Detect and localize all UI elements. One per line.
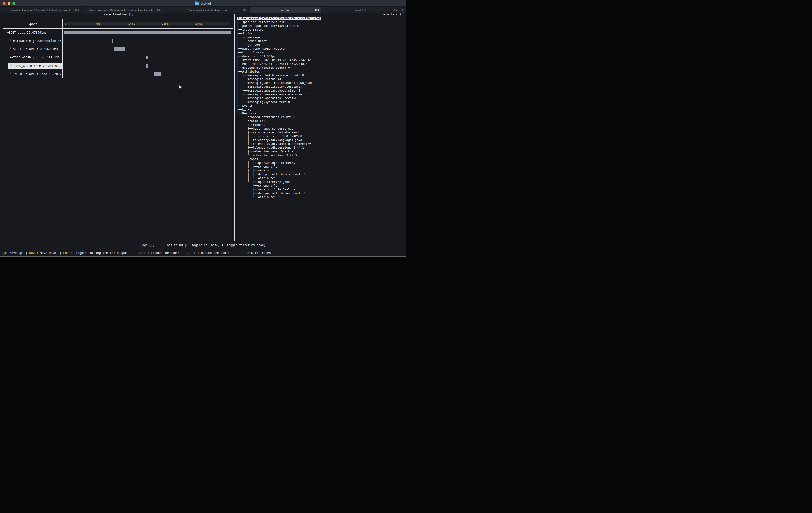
details-tree-line: ├──schema url: [237, 184, 404, 188]
axis-tick-28ms: 28ms [195, 22, 203, 26]
key-esc: Esc [237, 251, 242, 255]
logs-panel-title: Logs (l) -- 0 logs found (L: toggle coll… [140, 243, 266, 247]
span-row-select-quarkus[interactable]: └ SELECT quarkus 2.356083ms [3, 45, 233, 54]
trace-timeline-title: Trace Timeline (t) [101, 12, 135, 16]
details-tree-line: ├──trace state: [237, 28, 404, 32]
span-row-datasource-getconnection[interactable]: └ DataSource.getConnection 163 [3, 37, 233, 45]
details-tree-line: └──io.opentelemetry.jdbc [237, 180, 404, 184]
details-tree-line: │ ├──telemetry.sdk.language: java [237, 138, 404, 142]
key-ctrl-h: Ctrl+H [186, 251, 197, 255]
details-tree-line: └──Scopes [237, 157, 404, 161]
details-tree-line: ├──span id: 7dfcefd852e5f3f5 [237, 20, 404, 24]
axis-tick-14ms: 14ms [128, 22, 136, 26]
span-row-todo-added-publish[interactable]: └▼TODO_ADDED publish 188.125μs [3, 54, 233, 62]
span-row-post-api[interactable]: ▼POST /api 36.078791ms [3, 29, 233, 37]
details-tree-line: ├──version: 2.10.0-alpha [237, 188, 404, 191]
details-tree-line: ├──duration: 201.042μs [237, 54, 404, 58]
key-ctrl-h-desc: : Reduce the width [197, 251, 231, 255]
tab-otel-tui-active[interactable]: otel-tui ⌘4 [250, 7, 321, 13]
details-tree-line: │ ├──messaging.batch.message_count: 0 [237, 74, 404, 77]
span-label: └ DataSource.getConnection 163 [3, 37, 62, 45]
span-label-cell: └ TODO_ADDED receive 201.042μ [3, 62, 62, 70]
details-tree-line: ├──dropped attributes count: 0 [237, 191, 404, 195]
tab-shortcut: ⌘2 [156, 7, 161, 13]
axis-tick-7ms: 7ms [95, 22, 101, 26]
details-tree-line: │ ├──dropped attributes count: 0 [237, 172, 404, 176]
tab-chatbot-easy-rag[interactable]: .../quarkus-langchain4j/samples/chatbot-… [0, 7, 82, 13]
axis-tick-21ms: 21ms [161, 22, 169, 26]
tab-shortcut: ⌘4 [315, 7, 319, 13]
separator: | [181, 251, 187, 255]
tab-todo-demo-app[interactable]: .../code/quarkusio/todo-demo-app ⌘3 [163, 7, 250, 13]
key-enter-desc: : Toggle folding the child spans [72, 251, 131, 255]
details-tree-line: │ ├──telemetry.sdk.version: 1.44.1 [237, 146, 404, 149]
details-tree-line: └──Resource [237, 112, 404, 115]
key-down: Down [29, 251, 36, 255]
details-tree-line: │ ├──messaging.message.body.size: 0 [237, 89, 404, 92]
details-tree-line: │ ├──service.version: 1.0-SNAPSHOT [237, 134, 404, 138]
details-tree-line: ├──Attributes [237, 70, 404, 74]
spans-table: Spans 0 7ms 14ms 21ms 28ms ▼POST /api 36… [3, 19, 233, 79]
details-tree-line: │ ├──telemetry.sdk.name: opentelemetry [237, 142, 404, 146]
details-tree-line: ├──end time: 2025-05-19 23:14:45.224482Z [237, 62, 404, 66]
span-duration-bar [146, 64, 148, 68]
separator: | [231, 251, 237, 255]
details-tree-line: │ ├──webengine.name: Quarkus [237, 149, 404, 153]
details-tree-line: ├──kind: Consumer [237, 51, 404, 54]
details-tree-lines: ├──span id: 7dfcefd852e5f3f5├──parent sp… [237, 20, 404, 199]
details-tree-line: │ ├──messaging.destination.name: TODO_AD… [237, 81, 404, 85]
details-tree-line: ├──schema url: [237, 119, 404, 123]
span-label: └▼TODO_ADDED publish 188.125μs [3, 54, 62, 62]
separator: | [24, 251, 29, 255]
logs-panel[interactable]: Logs (l) -- 0 logs found (L: toggle coll… [1, 245, 405, 249]
tab-label: otel-tui [281, 8, 290, 11]
details-tree-line: ├──Attributes [237, 123, 404, 127]
tab-bar: .../quarkus-langchain4j/samples/chatbot-… [0, 7, 406, 13]
span-duration-bar [154, 72, 162, 76]
span-duration-bar [114, 47, 125, 51]
span-row-todo-added-receive-selected[interactable]: └ TODO_ADDED receive 201.042μ [3, 62, 233, 70]
spans-table-header: Spans 0 7ms 14ms 21ms 28ms [3, 19, 233, 29]
trace-timeline-panel: Trace Timeline (t) Spans 0 7ms 14ms 21ms… [1, 14, 235, 241]
folder-icon [195, 2, 199, 5]
axis-tick-0: 0 [64, 22, 66, 26]
terminal-screen: Trace Timeline (t) Spans 0 7ms 14ms 21ms… [0, 13, 406, 256]
details-tree: todo-backend (a2b197c66307f66c7945ac4c12… [237, 17, 404, 240]
window-titlebar: otel-tui [0, 0, 406, 7]
selected-span-highlight: └ TODO_ADDED receive 201.042μ [8, 62, 62, 69]
details-tree-line: ├──start time: 2025-05-19 23:14:45.22428… [237, 58, 404, 62]
terminal-window: otel-tui .../quarkus-langchain4j/samples… [0, 0, 406, 256]
tab-label: .../quarkus-langchain4j/samples/chatbot-… [8, 8, 73, 11]
details-header-highlight: todo-backend (a2b197c66307f66c7945ac4c12… [237, 17, 321, 20]
tab-shortcut: ⌘1 [75, 7, 79, 13]
details-tree-line: │ ├──messaging.message.envelope.size: 0 [237, 92, 404, 96]
details-selected-node[interactable]: todo-backend (a2b197c66307f66c7945ac4c12… [237, 17, 404, 20]
details-tree-line: │ ├──service.name: todo-backend [237, 131, 404, 134]
details-tree-line: ├──Links [237, 108, 404, 112]
details-tree-line: ├──parent span id: ac06130f8314abfe [237, 24, 404, 28]
details-tree-line: │ ├──messaging.client_id: [237, 77, 404, 81]
window-bottom-edge [0, 256, 406, 256]
details-tree-line: │ ├──messaging.destination.template: [237, 85, 404, 89]
details-tree-line: │ ├──version: [237, 169, 404, 172]
details-tree-line: │ ├──messaging.operation: receive [237, 96, 404, 100]
key-enter: Enter [63, 251, 72, 255]
details-tree-line: │ ├──message: [237, 35, 404, 39]
span-label: └ INSERT quarkus.Todo 1.528375 [3, 70, 62, 78]
key-ctrl-l: Ctrl+L [137, 251, 147, 255]
span-row-insert-quarkus-todo[interactable]: └ INSERT quarkus.Todo 1.528375 [3, 70, 233, 78]
details-tree-line: ├──dropped attributes count: 0 [237, 115, 404, 119]
keybinding-status-bar: Up: Move up | Down: Move down | Enter: T… [0, 251, 406, 255]
details-tree-line: ├──dropped attributes count: 0 [237, 66, 404, 70]
span-label: ▼POST /api 36.078791ms [3, 29, 62, 37]
separator: | [58, 251, 63, 255]
details-tree-line: └──Attributes [237, 195, 404, 199]
tab-label: .../code/quarkusio/todo-demo-app [186, 8, 227, 11]
details-tree-line: ├──Events [237, 104, 404, 108]
details-tree-line: │ ├──host.name: manderse-mac [237, 127, 404, 131]
mouse-cursor [179, 85, 183, 90]
details-tree-line: ├──io.quarkus.opentelemetry [237, 161, 404, 165]
key-up-desc: : Move up [6, 251, 24, 255]
span-duration-bar [64, 31, 231, 34]
axis-strip [66, 22, 229, 25]
